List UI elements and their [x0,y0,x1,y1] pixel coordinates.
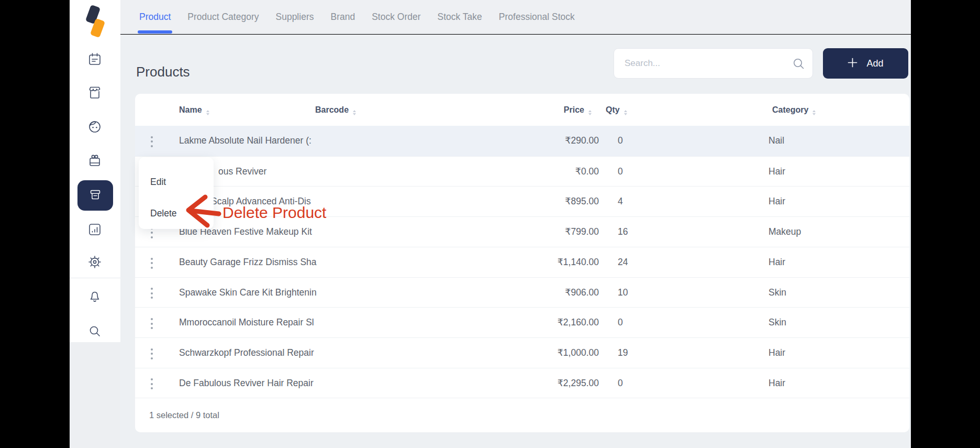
table-row[interactable]: ous Reviver₹0.000Hair [135,156,909,187]
cell-name: ous Reviver [218,157,266,187]
settings-gear-icon [87,255,102,269]
cell-price: ₹290.00 [494,126,599,156]
table-row[interactable]: Beauty Garage Frizz Dismiss Sha₹1,140.00… [135,247,909,277]
column-label: Price [564,105,584,114]
column-label: Name [179,105,202,114]
plus-icon [848,58,858,69]
tab-stock-order[interactable]: Stock Order [372,0,420,34]
column-label: Barcode [315,105,349,114]
cell-price: ₹906.00 [494,278,599,308]
table-footer: 1 selected / 9 total [135,398,909,432]
cell-category: Nail [769,126,784,156]
tab-product[interactable]: Product [139,0,171,34]
sidebar-footer-area [70,342,120,448]
calendar-icon [87,52,102,67]
tab-stock-take[interactable]: Stock Take [438,0,482,34]
tab-suppliers[interactable]: Suppliers [276,0,314,34]
cell-price: ₹1,000.00 [494,338,599,368]
cell-category: Skin [769,308,786,338]
table-row[interactable]: Spawake Skin Care Kit Brightenin₹906.001… [135,277,909,308]
cell-category: Makeup [769,217,801,247]
row-actions-kebab-icon[interactable] [149,256,155,271]
cell-name: Spawake Skin Care Kit Brightenin [179,278,317,308]
gift-icon [87,154,102,168]
column-header-qty[interactable]: Qty [606,94,627,126]
column-label: Qty [606,105,620,114]
cell-name: Lakme Absolute Nail Hardener (: [179,126,311,156]
cell-price: ₹1,140.00 [494,247,599,278]
cell-category: Hair [769,187,785,217]
table-header: NameBarcodePriceQtyCategory [135,94,909,126]
store-icon [87,85,102,100]
sidebar-item-notifications[interactable] [87,289,102,303]
cell-qty: 4 [618,187,623,217]
selection-summary: 1 selected / 9 total [149,398,219,432]
tab-professional-stock[interactable]: Professional Stock [499,0,575,34]
add-button[interactable]: Add [823,48,908,79]
cell-qty: 24 [618,247,628,278]
cell-qty: 0 [618,308,623,338]
cell-category: Hair [769,157,785,187]
table-row[interactable]: Schwarzkopf Professional Repair₹1,000.00… [135,337,909,368]
column-header-name[interactable]: Name [179,94,209,126]
row-actions-kebab-icon[interactable] [149,346,155,362]
cell-category: Hair [769,247,785,278]
column-header-category[interactable]: Category [772,94,816,126]
annotation-arrow-icon [182,193,224,232]
cell-qty: 0 [618,368,623,399]
row-actions-kebab-icon[interactable] [149,286,155,301]
sidebar-item-store[interactable] [87,85,102,100]
sidebar-item-products-selected[interactable] [77,180,113,211]
sort-icon [812,110,816,115]
context-menu-edit[interactable]: Edit [139,169,214,195]
sort-icon [588,110,592,115]
cell-price: ₹0.00 [494,157,599,187]
row-actions-kebab-icon[interactable] [149,376,155,391]
cell-qty: 0 [618,157,623,187]
sort-icon [353,110,356,115]
table-row[interactable]: De Fabulous Reviver Hair Repair₹2,295.00… [135,368,909,398]
app-screen: ProductProduct CategorySuppliersBrandSto… [0,0,980,448]
sidebar-item-customers[interactable] [87,119,102,134]
sidebar-divider [70,278,120,278]
annotation-label: Delete Product [222,204,326,222]
column-header-price[interactable]: Price [487,94,592,126]
products-table-card: NameBarcodePriceQtyCategory Lakme Absolu… [135,94,909,432]
cell-name: Mmoroccanoil Moisture Repair Sl [179,308,314,338]
top-nav: ProductProduct CategorySuppliersBrandSto… [120,0,911,34]
cell-price: ₹2,295.00 [494,368,599,399]
products-box-icon [87,188,103,203]
sidebar-item-search[interactable] [87,324,102,338]
page-title: Products [136,64,190,80]
search-box-magnifier-icon [792,57,805,70]
sort-icon [624,110,627,115]
add-button-label: Add [866,58,883,69]
sort-icon [206,110,209,115]
sidebar [70,0,120,448]
sidebar-item-gifts[interactable] [87,154,102,168]
sidebar-item-reports[interactable] [87,222,102,237]
cell-price: ₹895.00 [494,187,599,217]
cell-qty: 10 [618,278,628,308]
cell-name: Schwarzkopf Professional Repair [179,338,314,368]
customer-face-icon [87,119,102,134]
table-row[interactable]: Lakme Absolute Nail Hardener (:₹290.000N… [135,126,909,156]
cell-category: Skin [769,278,786,308]
search-input[interactable] [614,48,813,79]
column-label: Category [772,105,808,114]
sidebar-item-settings[interactable] [87,255,102,269]
cell-qty: 16 [618,217,628,247]
cell-price: ₹2,160.00 [494,308,599,338]
cell-category: Hair [769,368,785,399]
tab-product-category[interactable]: Product Category [187,0,259,34]
cell-price: ₹799.00 [494,217,599,247]
tab-brand[interactable]: Brand [330,0,355,34]
table-row[interactable]: Mmoroccanoil Moisture Repair Sl₹2,160.00… [135,307,909,337]
row-actions-kebab-icon[interactable] [149,134,155,149]
row-actions-kebab-icon[interactable] [149,316,155,331]
cell-name: Beauty Garage Frizz Dismiss Sha [179,247,317,278]
column-header-barcode[interactable]: Barcode [315,94,356,126]
sidebar-item-calendar[interactable] [87,52,102,67]
cell-qty: 0 [618,126,623,156]
search-icon [87,324,102,338]
